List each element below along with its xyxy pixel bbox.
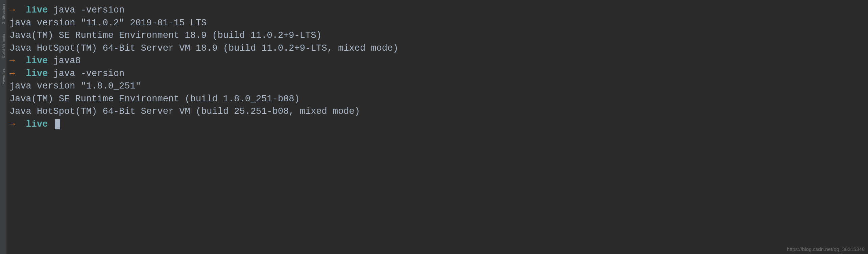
ide-sidebar: 2: Structure Build Variants Favorites bbox=[0, 0, 7, 254]
cursor-icon bbox=[55, 119, 60, 129]
terminal-line: java version "11.0.2" 2019-01-15 LTS bbox=[7, 17, 868, 30]
terminal-line: Java(TM) SE Runtime Environment 18.9 (bu… bbox=[7, 29, 868, 42]
terminal-line: java version "1.8.0_251" bbox=[7, 80, 868, 93]
output-text: java version "1.8.0_251" bbox=[9, 81, 141, 91]
command-text: java8 bbox=[53, 56, 81, 66]
terminal-line: → live java -version bbox=[7, 4, 868, 17]
prompt-venv: live bbox=[26, 119, 48, 129]
prompt-arrow-icon: → bbox=[9, 5, 15, 15]
output-text: Java HotSpot(TM) 64-Bit Server VM (build… bbox=[9, 106, 360, 117]
prompt-venv: live bbox=[26, 5, 48, 15]
output-text: java version "11.0.2" 2019-01-15 LTS bbox=[9, 18, 207, 28]
terminal-line: Java HotSpot(TM) 64-Bit Server VM (build… bbox=[7, 105, 868, 118]
command-text: java -version bbox=[53, 69, 125, 79]
terminal-line: → live java8 bbox=[7, 55, 868, 68]
terminal-line: → live java -version bbox=[7, 68, 868, 80]
prompt-arrow-icon: → bbox=[9, 69, 15, 79]
terminal-line: → live bbox=[7, 118, 868, 131]
prompt-arrow-icon: → bbox=[9, 119, 15, 129]
terminal-line: Java(TM) SE Runtime Environment (build 1… bbox=[7, 93, 868, 106]
output-text: Java HotSpot(TM) 64-Bit Server VM 18.9 (… bbox=[9, 43, 398, 53]
output-text: Java(TM) SE Runtime Environment 18.9 (bu… bbox=[9, 30, 322, 41]
output-text: Java(TM) SE Runtime Environment (build 1… bbox=[9, 94, 300, 104]
prompt-arrow-icon: → bbox=[9, 56, 15, 66]
sidebar-tab-favorites[interactable]: Favorites bbox=[1, 68, 5, 84]
prompt-venv: live bbox=[26, 56, 48, 66]
prompt-venv: live bbox=[26, 69, 48, 79]
sidebar-tab-build-variants[interactable]: Build Variants bbox=[1, 34, 5, 58]
command-text: java -version bbox=[53, 5, 125, 15]
terminal-line: Java HotSpot(TM) 64-Bit Server VM 18.9 (… bbox=[7, 42, 868, 55]
watermark-text: https://blog.csdn.net/qq_38315348 bbox=[787, 246, 865, 252]
terminal-pane[interactable]: → live java -versionjava version "11.0.2… bbox=[7, 0, 868, 254]
sidebar-tab-structure[interactable]: 2: Structure bbox=[1, 3, 5, 24]
